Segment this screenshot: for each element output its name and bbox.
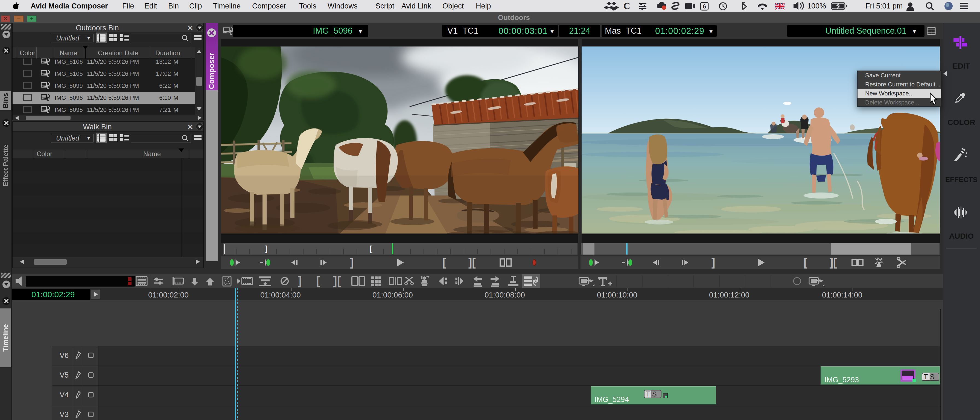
svg-text:]: ] bbox=[265, 244, 267, 253]
svg-text:6: 6 bbox=[703, 3, 706, 10]
svg-text:[: [ bbox=[803, 256, 807, 269]
svg-text:][: ][ bbox=[468, 256, 476, 269]
svg-text:]: ] bbox=[298, 274, 302, 287]
svg-text:]: ] bbox=[711, 256, 715, 269]
svg-text:[: [ bbox=[316, 274, 320, 287]
svg-text:[: [ bbox=[370, 244, 372, 253]
svg-text:[: [ bbox=[442, 256, 446, 269]
svg-text:]: ] bbox=[350, 256, 353, 269]
svg-text:C: C bbox=[624, 2, 630, 11]
svg-text:][: ][ bbox=[830, 256, 837, 269]
svg-text:][: ][ bbox=[333, 274, 341, 287]
